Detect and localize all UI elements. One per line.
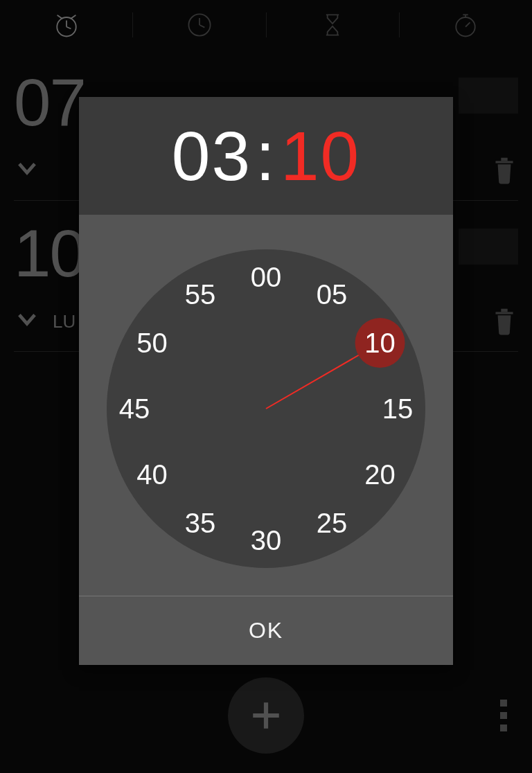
minute-tick-00[interactable]: 00: [241, 252, 291, 302]
minute-tick-40[interactable]: 40: [127, 450, 177, 499]
time-colon: :: [256, 116, 276, 196]
minute-tick-20[interactable]: 20: [355, 450, 405, 499]
minute-tick-35[interactable]: 35: [175, 498, 225, 548]
clock-face[interactable]: 000510152025303540455055: [107, 249, 425, 568]
minute-tick-25[interactable]: 25: [307, 498, 357, 548]
time-display: 03 : 10: [79, 97, 453, 215]
clock-hand: [266, 353, 363, 409]
clock-face-container: 000510152025303540455055: [79, 215, 453, 596]
time-picker-dialog: 03 : 10 000510152025303540455055 OK: [79, 97, 453, 665]
minute-tick-50[interactable]: 50: [127, 318, 177, 368]
ok-button[interactable]: OK: [79, 596, 453, 665]
minute-tick-05[interactable]: 05: [307, 269, 357, 319]
minute-tick-55[interactable]: 55: [175, 269, 225, 319]
minutes-value[interactable]: 10: [281, 116, 360, 196]
ok-label: OK: [249, 618, 283, 643]
minute-tick-15[interactable]: 15: [373, 384, 423, 434]
hours-value[interactable]: 03: [172, 116, 251, 196]
minute-tick-30[interactable]: 30: [241, 515, 291, 565]
minute-tick-45[interactable]: 45: [109, 384, 159, 434]
minute-tick-10[interactable]: 10: [355, 318, 405, 368]
